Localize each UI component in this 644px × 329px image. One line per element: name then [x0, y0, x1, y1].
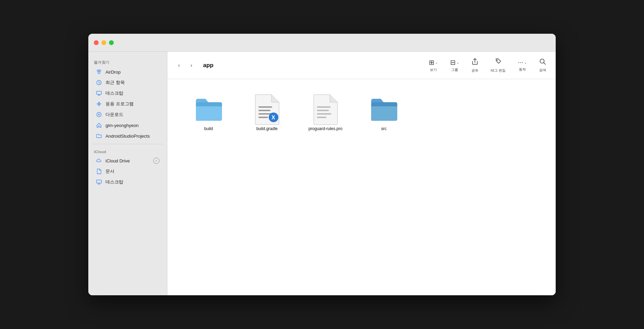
- action-icon-group: ··· ⌄: [518, 59, 527, 66]
- svg-rect-15: [317, 113, 331, 115]
- sidebar-item-desktop-icloud[interactable]: 데스크탑: [90, 177, 165, 187]
- sidebar-divider: [92, 144, 163, 144]
- src-folder-name: src: [381, 126, 387, 132]
- folder-icon: [96, 133, 102, 139]
- build-folder-name: build: [204, 126, 213, 132]
- tag-label: 태그 편집: [491, 68, 506, 73]
- sidebar: 즐겨찾기 AirDrop: [88, 52, 167, 295]
- sidebar-item-android-label: AndroidStudioProjects: [106, 134, 159, 139]
- svg-text:X: X: [271, 115, 275, 120]
- sidebar-item-documents-label: 문서: [106, 168, 159, 174]
- view-label: 보기: [430, 67, 437, 72]
- sidebar-item-downloads-label: 다운로드: [106, 112, 159, 118]
- desktop-icon: [96, 90, 102, 96]
- file-item-gradle[interactable]: X build.gradle: [246, 93, 288, 135]
- finder-window: 즐겨찾기 AirDrop: [88, 34, 556, 295]
- sidebar-item-recent-label: 최근 항목: [106, 79, 159, 86]
- close-button[interactable]: [94, 40, 99, 45]
- search-button[interactable]: 검색: [536, 57, 549, 74]
- svg-rect-16: [317, 117, 326, 118]
- sidebar-item-icloud-drive[interactable]: iCloud Drive ✓: [90, 156, 165, 166]
- toolbar: ‹ › app ⊞ ⌄ 보기 ⊟ ⌄: [167, 52, 556, 79]
- nav-buttons: ‹ ›: [174, 61, 196, 70]
- view-icon-group: ⊞ ⌄: [429, 59, 438, 66]
- favorites-section-label: 즐겨찾기: [88, 57, 167, 66]
- share-button[interactable]: 공유: [469, 56, 481, 74]
- sidebar-item-airdrop-label: AirDrop: [106, 70, 159, 75]
- file-item-src[interactable]: src: [363, 93, 404, 135]
- sidebar-item-icloud-label: iCloud Drive: [106, 158, 150, 163]
- group-chevron-icon: ⌄: [456, 61, 459, 64]
- cloud-icon: [96, 158, 102, 164]
- sidebar-item-desktop-label: 데스크탑: [106, 90, 159, 96]
- group-icon-group: ⊟ ⌄: [450, 59, 459, 66]
- airdrop-icon: [96, 69, 102, 75]
- tag-button[interactable]: 태그 편집: [488, 56, 508, 74]
- file-item-build[interactable]: build: [188, 93, 229, 135]
- proguard-doc-icon: [310, 96, 341, 123]
- share-label: 공유: [471, 68, 478, 73]
- view-grid-icon: ⊞: [429, 59, 434, 66]
- minimize-button[interactable]: [101, 40, 106, 45]
- group-icon: ⊟: [450, 59, 456, 66]
- svg-rect-8: [258, 110, 270, 111]
- desktop2-icon: [96, 179, 102, 185]
- content-area: ‹ › app ⊞ ⌄ 보기 ⊟ ⌄: [167, 52, 556, 295]
- download-icon: [96, 112, 102, 118]
- src-folder-icon: [368, 96, 399, 123]
- search-icon: [539, 58, 546, 67]
- svg-rect-7: [258, 106, 272, 108]
- gradle-file-name: build.gradle: [256, 126, 278, 132]
- sidebar-item-desktop[interactable]: 데스크탑: [90, 88, 165, 98]
- sidebar-item-apps[interactable]: 응용 프로그램: [90, 99, 165, 109]
- window-title: app: [203, 62, 213, 69]
- group-button[interactable]: ⊟ ⌄ 그룹: [447, 57, 462, 74]
- forward-button[interactable]: ›: [187, 61, 196, 70]
- back-button[interactable]: ‹: [174, 61, 184, 70]
- svg-rect-4: [97, 180, 101, 183]
- file-item-proguard[interactable]: proguard-rules.pro: [305, 93, 346, 135]
- sidebar-item-android[interactable]: AndroidStudioProjects: [90, 131, 165, 141]
- share-icon: [471, 58, 478, 67]
- svg-rect-10: [258, 117, 268, 118]
- action-label: 동작: [519, 67, 526, 72]
- sidebar-item-documents[interactable]: 문서: [90, 166, 165, 177]
- tag-icon: [495, 58, 502, 67]
- icloud-section-label: iCloud: [88, 147, 167, 155]
- sidebar-item-airdrop[interactable]: AirDrop: [90, 67, 165, 77]
- build-folder-icon: [193, 96, 224, 123]
- action-dots-icon: ···: [518, 59, 523, 66]
- svg-rect-13: [317, 106, 331, 108]
- svg-point-0: [98, 72, 100, 74]
- view-button[interactable]: ⊞ ⌄ 보기: [426, 57, 441, 74]
- apps-icon: [96, 101, 102, 107]
- doc-icon: [96, 168, 102, 174]
- svg-point-5: [497, 60, 498, 61]
- gradle-doc-icon: X: [252, 96, 282, 123]
- search-label: 검색: [539, 68, 546, 73]
- sidebar-item-home-label: gim-yeonghyeon: [106, 123, 159, 128]
- svg-rect-14: [317, 110, 329, 111]
- sidebar-item-recent[interactable]: 최근 항목: [90, 77, 165, 88]
- sidebar-item-apps-label: 응용 프로그램: [106, 101, 159, 107]
- sidebar-item-downloads[interactable]: 다운로드: [90, 109, 165, 120]
- home-icon: [96, 122, 102, 128]
- maximize-button[interactable]: [109, 40, 114, 45]
- view-chevron-icon: ⌄: [435, 61, 438, 64]
- action-button[interactable]: ··· ⌄ 동작: [515, 57, 530, 73]
- icloud-badge: ✓: [153, 158, 159, 164]
- sidebar-item-home[interactable]: gim-yeonghyeon: [90, 120, 165, 130]
- main-layout: 즐겨찾기 AirDrop: [88, 52, 556, 295]
- svg-rect-2: [97, 91, 101, 94]
- group-label: 그룹: [451, 67, 458, 72]
- traffic-lights: [94, 40, 114, 45]
- sidebar-item-desktop-icloud-label: 데스크탑: [106, 179, 159, 185]
- clock-icon: [96, 79, 102, 86]
- proguard-file-name: proguard-rules.pro: [309, 126, 343, 132]
- file-grid: build: [167, 79, 556, 295]
- action-chevron-icon: ⌄: [524, 61, 527, 64]
- titlebar: [88, 34, 556, 52]
